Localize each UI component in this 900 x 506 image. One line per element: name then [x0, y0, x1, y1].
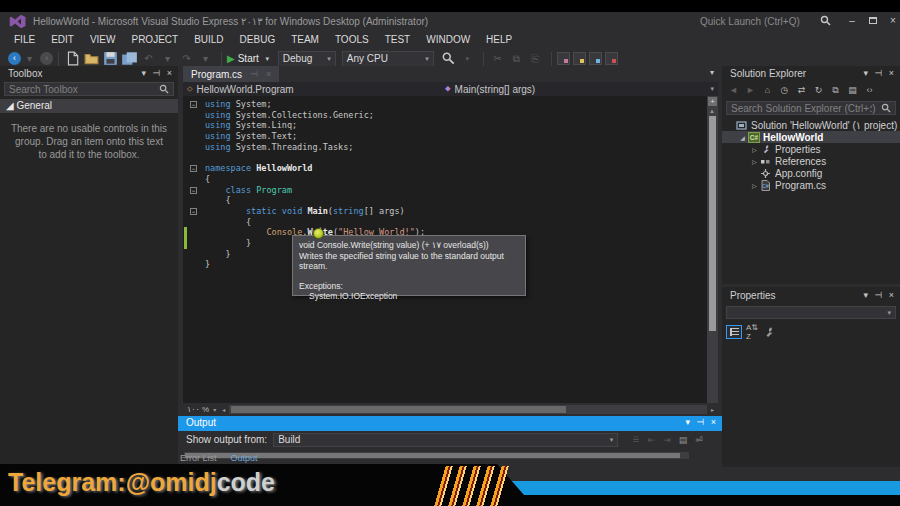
horizontal-scrollbar[interactable] [229, 405, 707, 414]
collapse-all-icon[interactable]: ⧉ [828, 85, 843, 96]
object-browser-icon[interactable] [589, 52, 602, 65]
new-file-icon[interactable] [64, 51, 81, 66]
save-all-icon[interactable] [121, 51, 138, 66]
scroll-left-icon[interactable]: ◂ [222, 406, 225, 413]
tree-item-hellowworld[interactable]: ◢C#HellowWorld [722, 131, 900, 143]
tree-item-references[interactable]: ▷References [722, 155, 900, 167]
editor-split-handle[interactable]: + [708, 97, 717, 106]
redo-icon[interactable]: ↷ [178, 51, 195, 66]
code-line[interactable]: −using System; [183, 99, 707, 110]
code-line[interactable]: −namespace HellowWorld [183, 163, 707, 174]
tree-item-properties[interactable]: ▷Properties [722, 143, 900, 155]
configuration-select[interactable]: Debug ▾ [278, 51, 336, 67]
solution-explorer-search-input[interactable]: Search Solution Explorer (Ctrl+؛) [726, 101, 896, 115]
start-debug-icon[interactable]: ▶ [227, 53, 235, 64]
quick-launch-box[interactable]: Quick Launch (Ctrl+Q) [700, 16, 800, 27]
pin-icon[interactable]: ⊣ [250, 69, 258, 79]
forward-icon[interactable]: ► [743, 85, 758, 95]
solution-explorer-window-icon[interactable] [557, 52, 570, 65]
fold-collapse-icon[interactable]: − [190, 187, 197, 194]
refresh-icon[interactable]: ↻ [811, 85, 826, 95]
menu-file[interactable]: FILE [6, 32, 43, 47]
code-line[interactable]: − static void Main(string[] args) [183, 206, 707, 217]
close-tab-icon[interactable]: × [266, 69, 271, 79]
sync-with-active-document-icon[interactable]: ⇄ [794, 85, 809, 95]
menu-edit[interactable]: EDIT [43, 32, 82, 47]
output-source-select[interactable]: Build ▾ [273, 433, 618, 447]
clear-all-icon[interactable]: ▤ [679, 435, 688, 445]
menu-project[interactable]: PROJECT [123, 32, 186, 47]
pending-changes-icon[interactable]: ◷ [777, 85, 792, 95]
code-line[interactable]: using System.Threading.Tasks; [183, 142, 707, 153]
bottom-tab-output[interactable]: Output [231, 453, 258, 463]
collapsed-arrow-icon[interactable]: ▷ [750, 182, 759, 189]
scrollbar-thumb[interactable] [185, 453, 680, 458]
platform-select[interactable]: Any CPU ▾ [342, 51, 434, 67]
properties-window-icon[interactable] [573, 52, 586, 65]
zoom-level-select[interactable]: ۱۰۰ % [183, 405, 213, 414]
output-window-controls[interactable]: ▾ ⊣ × [685, 417, 718, 427]
word-wrap-icon[interactable]: ⏎ [695, 435, 703, 445]
toolbox-section-general[interactable]: ◢ General [0, 99, 178, 113]
tab-overflow-icon[interactable]: ▾ [710, 68, 714, 77]
save-icon[interactable] [102, 51, 119, 66]
tree-item-solution-hellowworld-project[interactable]: Solution 'HellowWorld' (۱ project) [722, 119, 900, 131]
collapsed-arrow-icon[interactable]: ▷ [750, 146, 759, 153]
home-icon[interactable]: ⌂ [760, 85, 775, 95]
fold-collapse-icon[interactable]: − [190, 165, 197, 172]
code-line[interactable] [183, 152, 707, 163]
code-line[interactable]: using System.Collections.Generic; [183, 110, 707, 121]
navigate-forward-icon[interactable]: › [40, 52, 53, 65]
output-title-bar[interactable]: Output ▾ ⊣ × [178, 416, 722, 431]
search-icon[interactable] [159, 84, 169, 94]
menu-help[interactable]: HELP [478, 32, 520, 47]
tab-program-cs[interactable]: Program.cs ⊣ × [183, 66, 279, 82]
vertical-scrollbar[interactable]: + ▲ [707, 96, 718, 403]
expanded-arrow-icon[interactable]: ◢ [738, 134, 747, 141]
scroll-up-icon[interactable]: ▲ [709, 108, 715, 114]
categorized-view-icon[interactable] [726, 325, 742, 339]
code-line[interactable]: { [183, 174, 707, 185]
menu-view[interactable]: VIEW [82, 32, 124, 47]
bottom-tab-error-list[interactable]: Error List [180, 453, 217, 463]
code-line[interactable]: − class Program [183, 185, 707, 196]
undo-dropdown-icon[interactable]: ▾ [159, 51, 176, 66]
menu-build[interactable]: BUILD [186, 32, 231, 47]
navigate-back-dropdown-icon[interactable]: ▾ [21, 51, 38, 66]
scrollbar-thumb[interactable] [231, 406, 565, 413]
toolbox-search-input[interactable]: Search Toolbox [4, 82, 174, 96]
find-message-icon[interactable]: ≞ [632, 435, 640, 445]
code-editor[interactable]: −using System;using System.Collections.G… [183, 96, 707, 403]
find-in-files-icon[interactable] [440, 51, 457, 66]
navigation-bar-member[interactable]: ⬥ Main(string[] args) [445, 82, 535, 96]
paste-icon[interactable]: ⎘ [527, 51, 544, 66]
properties-object-select[interactable]: ▾ [726, 306, 896, 319]
output-scrollbar[interactable] [184, 452, 689, 459]
scroll-right-icon[interactable]: ▸ [711, 406, 714, 413]
menu-team[interactable]: TEAM [283, 32, 327, 47]
properties-window-controls[interactable]: ▾ ⊣ × [863, 290, 896, 300]
cut-icon[interactable]: ✂ [489, 51, 506, 66]
find-dropdown-icon[interactable]: ▾ [459, 51, 476, 66]
menu-tools[interactable]: TOOLS [327, 32, 377, 47]
menu-debug[interactable]: DEBUG [232, 32, 284, 47]
fold-collapse-icon[interactable]: − [190, 208, 197, 215]
undo-icon[interactable]: ↶ [140, 51, 157, 66]
minimize-button[interactable]: – [843, 14, 861, 28]
go-to-previous-icon[interactable]: ⇤ [648, 435, 656, 445]
search-icon[interactable] [881, 103, 891, 113]
code-line[interactable]: using System.Text; [183, 131, 707, 142]
redo-dropdown-icon[interactable]: ▾ [197, 51, 214, 66]
code-line[interactable]: { [183, 217, 707, 228]
tree-item-program-cs[interactable]: ▷C#Program.cs [722, 179, 900, 191]
solution-explorer-window-controls[interactable]: ▾ ⊣ × [863, 68, 896, 78]
chevron-down-icon[interactable]: ▾ [710, 85, 714, 93]
code-line[interactable]: using System.Linq; [183, 120, 707, 131]
tree-item-app-config[interactable]: App.config [722, 167, 900, 179]
restore-button[interactable] [864, 14, 882, 28]
toolbox-window-controls[interactable]: ▾ ⊣ × [141, 68, 174, 78]
menu-test[interactable]: TEST [377, 32, 419, 47]
quick-launch-search-icon[interactable] [820, 15, 831, 26]
collapsed-arrow-icon[interactable]: ▷ [750, 158, 759, 165]
close-button[interactable]: × [884, 14, 900, 28]
